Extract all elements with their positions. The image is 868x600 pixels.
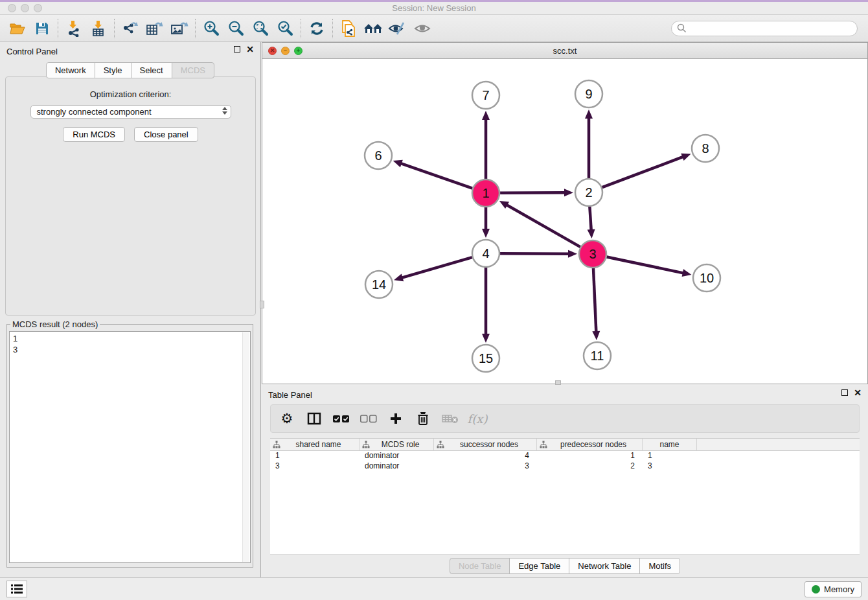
split-column-icon	[307, 412, 321, 425]
edge-arrowhead	[564, 189, 573, 196]
task-history-button[interactable]	[6, 581, 27, 597]
column-header-shared-name[interactable]: shared name	[270, 439, 360, 450]
attribute-tree-icon	[540, 441, 547, 448]
select-all-button[interactable]	[333, 410, 350, 427]
delete-columns-button[interactable]	[415, 410, 431, 427]
hide-selected-button[interactable]	[385, 17, 410, 40]
mcds-result-textarea[interactable]: 1 3	[9, 331, 251, 563]
close-panel-icon[interactable]: ✕	[854, 389, 862, 396]
first-neighbors-button[interactable]	[361, 17, 385, 40]
close-panel-button[interactable]: Close panel	[134, 127, 198, 142]
export-table-button[interactable]	[143, 17, 167, 40]
fx-icon: f(x)	[468, 412, 488, 426]
run-mcds-button[interactable]: Run MCDS	[63, 127, 125, 142]
deselect-all-button[interactable]	[360, 410, 377, 427]
status-bar: Memory	[0, 577, 868, 600]
search-input[interactable]	[687, 22, 857, 35]
import-network-button[interactable]	[62, 17, 86, 40]
edge-4-14[interactable]	[402, 257, 472, 278]
gear-icon: ⚙	[281, 411, 293, 426]
create-column-button[interactable]	[387, 410, 404, 427]
show-all-button[interactable]	[410, 17, 435, 40]
tab-motifs[interactable]: Motifs	[639, 558, 680, 574]
edge-3-1[interactable]	[506, 205, 580, 247]
mcds-tab-content: Optimization criterion: strongly connect…	[5, 76, 256, 316]
cell-name[interactable]: 1	[643, 451, 697, 461]
optimization-criterion-dropdown[interactable]: strongly connected component	[30, 105, 231, 119]
dropdown-selected-value: strongly connected component	[37, 107, 152, 117]
tab-select[interactable]: Select	[131, 62, 172, 78]
column-visibility-button[interactable]	[306, 410, 323, 427]
splitter-handle[interactable]	[260, 301, 264, 308]
cell-mcds-role[interactable]: dominator	[360, 461, 434, 472]
column-header-predecessor-nodes[interactable]: predecessor nodes	[537, 439, 643, 450]
toolbar-separator	[332, 19, 333, 38]
column-header-name[interactable]: name	[643, 439, 697, 450]
float-panel-icon[interactable]	[234, 46, 240, 52]
save-session-button[interactable]	[30, 17, 54, 40]
node-label-9: 9	[585, 87, 592, 101]
node-label-15: 15	[479, 351, 493, 365]
import-table-button[interactable]	[86, 17, 111, 40]
control-panel-header: Control Panel ✕	[0, 42, 260, 59]
tab-style[interactable]: Style	[95, 62, 131, 78]
table-settings-button[interactable]: ⚙	[279, 410, 295, 427]
edge-2-8[interactable]	[602, 157, 684, 188]
tab-network[interactable]: Network	[46, 62, 95, 78]
cell-successor-nodes[interactable]: 3	[434, 461, 537, 472]
node-label-3: 3	[589, 247, 596, 261]
zoom-fit-button[interactable]	[248, 17, 273, 40]
tab-network-table[interactable]: Network Table	[569, 558, 640, 574]
tab-mcds[interactable]: MCDS	[172, 62, 214, 78]
edge-3-10[interactable]	[607, 257, 684, 273]
export-image-button[interactable]	[167, 17, 192, 40]
table-row[interactable]: 1dominator411	[270, 451, 860, 461]
zoom-selected-button[interactable]	[273, 17, 297, 40]
table-row[interactable]: 3dominator323	[270, 461, 860, 472]
cell-predecessor-nodes[interactable]: 2	[537, 461, 643, 472]
cell-shared-name[interactable]: 3	[270, 461, 360, 472]
edge-2-3[interactable]	[589, 207, 591, 231]
delete-table-icon	[442, 413, 459, 424]
control-panel-tabs: NetworkStyleSelectMCDS	[0, 62, 260, 78]
search-field[interactable]	[671, 21, 858, 36]
edge-4-3[interactable]	[500, 253, 569, 254]
attribute-tree-icon	[437, 441, 444, 448]
node-label-10: 10	[700, 271, 714, 285]
network-canvas[interactable]: 7968124314101511	[262, 59, 867, 384]
float-panel-icon[interactable]	[841, 389, 848, 396]
cell-predecessor-nodes[interactable]: 1	[537, 451, 643, 461]
edge-3-11[interactable]	[593, 268, 596, 332]
edge-1-6[interactable]	[400, 163, 472, 189]
network-graph[interactable]: 7968124314101511	[262, 59, 867, 384]
apply-layout-button[interactable]	[304, 17, 329, 40]
table-body: 1dominator4113dominator323	[270, 451, 860, 472]
edge-arrowhead	[681, 154, 691, 161]
memory-button[interactable]: Memory	[805, 581, 862, 597]
edge-arrowhead	[682, 269, 692, 277]
cell-shared-name[interactable]: 1	[270, 451, 360, 461]
column-header-mcds-role[interactable]: MCDS role	[360, 439, 434, 450]
open-session-button[interactable]	[5, 17, 30, 40]
toolbar-separator	[58, 19, 58, 38]
edge-1-2[interactable]	[500, 192, 565, 193]
search-icon	[677, 23, 687, 33]
zoom-in-button[interactable]	[199, 17, 223, 40]
splitter-handle[interactable]	[555, 380, 561, 385]
tab-node-table[interactable]: Node Table	[450, 558, 510, 574]
column-header-successor-nodes[interactable]: successor nodes	[434, 439, 537, 450]
cell-successor-nodes[interactable]: 4	[434, 451, 537, 461]
duplicate-network-button[interactable]	[336, 17, 361, 40]
column-label: shared name	[280, 440, 356, 449]
zoom-out-button[interactable]	[223, 17, 248, 40]
houses-icon	[363, 21, 383, 36]
cell-mcds-role[interactable]: dominator	[360, 451, 434, 461]
tab-edge-table[interactable]: Edge Table	[509, 558, 569, 574]
close-panel-icon[interactable]: ✕	[246, 46, 254, 52]
export-network-button[interactable]	[118, 17, 143, 40]
cell-name[interactable]: 3	[643, 461, 697, 472]
result-scrollbar[interactable]	[242, 332, 249, 562]
toolbar-separator	[114, 19, 115, 38]
refresh-layout-icon	[308, 20, 325, 37]
node-label-8: 8	[702, 141, 709, 156]
